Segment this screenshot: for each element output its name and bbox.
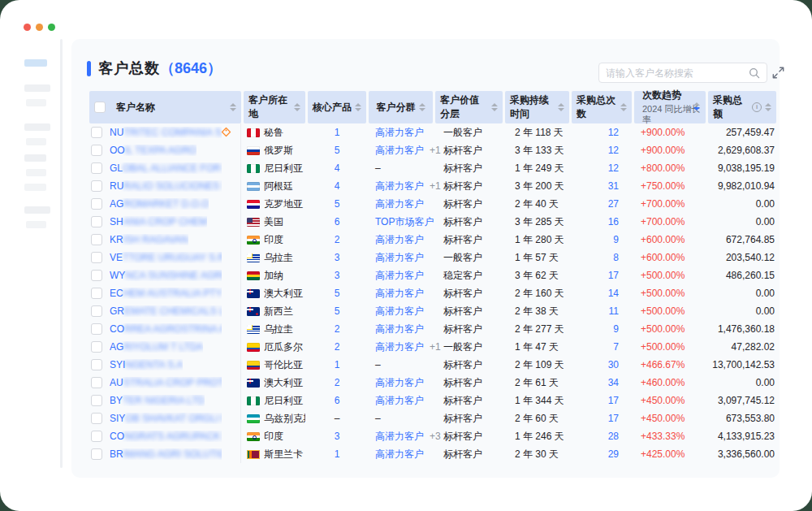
segment-label[interactable]: 高潜力客户: [375, 395, 424, 406]
core-products-count[interactable]: 1: [308, 127, 366, 138]
row-checkbox[interactable]: [91, 323, 102, 335]
customer-name-link[interactable]: SYINGENTA S.A: [110, 359, 183, 370]
row-checkbox[interactable]: [91, 234, 102, 245]
search-icon[interactable]: [749, 67, 760, 79]
row-checkbox[interactable]: [91, 162, 102, 174]
customer-search[interactable]: [598, 63, 767, 83]
core-products-count[interactable]: 5: [308, 305, 366, 317]
column-header-total-amount[interactable]: 采购总额 i: [708, 91, 776, 123]
customer-name-link[interactable]: AGRIYOLUM T LTDA: [110, 341, 203, 353]
segment-label[interactable]: 高潜力客户: [375, 270, 424, 281]
customer-name-link[interactable]: SHANIA CROP CHEM: [110, 216, 207, 227]
purchase-count[interactable]: 17: [572, 270, 632, 281]
purchase-count[interactable]: 17: [572, 413, 632, 424]
purchase-count[interactable]: 17: [572, 395, 632, 406]
customer-name-link[interactable]: GLOBAL ALLIANCE FOR CHEMICA...: [110, 162, 222, 174]
row-checkbox[interactable]: [91, 180, 102, 192]
minimize-window-button[interactable]: [36, 24, 43, 31]
sort-icon[interactable]: [419, 103, 425, 111]
customer-name-link[interactable]: KRISH RAGAVAN: [110, 234, 188, 245]
search-input[interactable]: [606, 67, 749, 79]
select-all-checkbox[interactable]: [94, 102, 106, 113]
purchase-count[interactable]: 9: [572, 323, 632, 335]
purchase-count[interactable]: 14: [572, 288, 632, 299]
column-header-customer-name[interactable]: 客户名称: [89, 91, 241, 123]
sort-icon[interactable]: [230, 103, 236, 111]
core-products-count[interactable]: 1: [308, 448, 366, 460]
sort-icon[interactable]: [355, 103, 361, 111]
row-checkbox[interactable]: [91, 341, 102, 353]
row-checkbox[interactable]: [91, 145, 102, 156]
row-checkbox[interactable]: [91, 395, 102, 406]
customer-name-link[interactable]: RURALIO SOLUCIONES S.A: [110, 180, 222, 192]
column-header-count-trend[interactable]: 次数趋势 2024 同比增长率: [634, 91, 706, 123]
purchase-count[interactable]: 16: [572, 216, 632, 227]
row-checkbox[interactable]: [91, 305, 102, 317]
core-products-count[interactable]: 2: [308, 323, 366, 335]
sort-icon[interactable]: [765, 103, 771, 111]
purchase-count[interactable]: 7: [572, 341, 632, 353]
row-checkbox[interactable]: [91, 270, 102, 281]
customer-name-link[interactable]: CORREA AGROSTRINA AL JAREDR...: [110, 323, 222, 335]
core-products-count[interactable]: –: [308, 413, 366, 424]
customer-name-link[interactable]: ECHEM AUSTRALIA PTY LIMITED: [110, 288, 222, 299]
customer-name-link[interactable]: BRIMANG AGRI SOLUTIONS PVTLTD: [110, 448, 222, 460]
purchase-count[interactable]: 28: [572, 431, 632, 442]
core-products-count[interactable]: 3: [308, 270, 366, 281]
sort-icon-active[interactable]: [693, 102, 700, 110]
segment-label[interactable]: –: [375, 359, 381, 370]
customer-name-link[interactable]: AUSTRALIA CROP PROTECTIONP...: [110, 377, 222, 388]
column-header-location[interactable]: 客户所在地: [244, 91, 305, 123]
zoom-window-button[interactable]: [48, 24, 55, 31]
customer-name-link[interactable]: OOIL TEXPA AGRO: [110, 145, 197, 156]
row-checkbox[interactable]: [91, 288, 102, 299]
row-checkbox[interactable]: [91, 448, 102, 460]
segment-label[interactable]: TOP市场客户: [375, 216, 434, 227]
row-checkbox[interactable]: [91, 377, 102, 388]
purchase-count[interactable]: 8: [572, 252, 632, 263]
row-checkbox[interactable]: [91, 359, 102, 370]
customer-name-link[interactable]: BYTER NIGERIA LTD: [110, 395, 205, 406]
purchase-count[interactable]: 34: [572, 377, 632, 388]
purchase-count[interactable]: 31: [572, 180, 632, 192]
core-products-count[interactable]: 5: [308, 198, 366, 210]
core-products-count[interactable]: 5: [308, 288, 366, 299]
segment-label[interactable]: –: [375, 413, 381, 424]
segment-label[interactable]: 高潜力客户: [375, 341, 424, 353]
customer-name-link[interactable]: SIYOB SHAVKAT ORGLI FERMERX...: [110, 413, 222, 424]
segment-label[interactable]: 高潜力客户: [375, 198, 424, 210]
row-checkbox[interactable]: [91, 216, 102, 227]
column-header-purchase-count[interactable]: 采购总次数: [572, 91, 632, 123]
purchase-count[interactable]: 29: [572, 448, 632, 460]
segment-label[interactable]: 高潜力客户: [375, 234, 424, 245]
core-products-count[interactable]: 1: [308, 359, 366, 370]
core-products-count[interactable]: 2: [308, 377, 366, 388]
core-products-count[interactable]: 4: [308, 180, 366, 192]
close-window-button[interactable]: [24, 24, 31, 31]
row-checkbox[interactable]: [91, 431, 102, 442]
segment-label[interactable]: 高潜力客户: [375, 305, 424, 317]
column-header-segment[interactable]: 客户分群: [369, 91, 433, 123]
column-header-purchase-duration[interactable]: 采购持续时间: [505, 91, 569, 123]
segment-label[interactable]: 高潜力客户: [375, 180, 424, 192]
segment-label[interactable]: 高潜力客户: [375, 377, 424, 388]
purchase-count[interactable]: 30: [572, 359, 632, 370]
row-checkbox[interactable]: [91, 252, 102, 263]
row-checkbox[interactable]: [91, 413, 102, 424]
core-products-count[interactable]: 2: [308, 234, 366, 245]
segment-label[interactable]: 高潜力客户: [375, 127, 424, 138]
row-checkbox[interactable]: [91, 127, 102, 138]
segment-label[interactable]: 高潜力客户: [375, 252, 424, 263]
column-header-value-tier[interactable]: 客户价值分层: [435, 91, 503, 123]
segment-label[interactable]: 高潜力客户: [375, 323, 424, 335]
segment-label[interactable]: 高潜力客户: [375, 431, 424, 442]
core-products-count[interactable]: 3: [308, 252, 366, 263]
sort-icon[interactable]: [294, 103, 300, 111]
column-header-core-products[interactable]: 核心产品: [308, 91, 366, 123]
fullscreen-expand-icon[interactable]: [772, 67, 784, 79]
sort-icon[interactable]: [491, 103, 498, 111]
core-products-count[interactable]: 6: [308, 395, 366, 406]
customer-name-link[interactable]: AGROMARKET D.O.O: [110, 198, 209, 210]
customer-name-link[interactable]: WYNCA SUNSHINE AGRO PRODU...: [110, 270, 222, 281]
segment-label[interactable]: –: [375, 162, 381, 174]
